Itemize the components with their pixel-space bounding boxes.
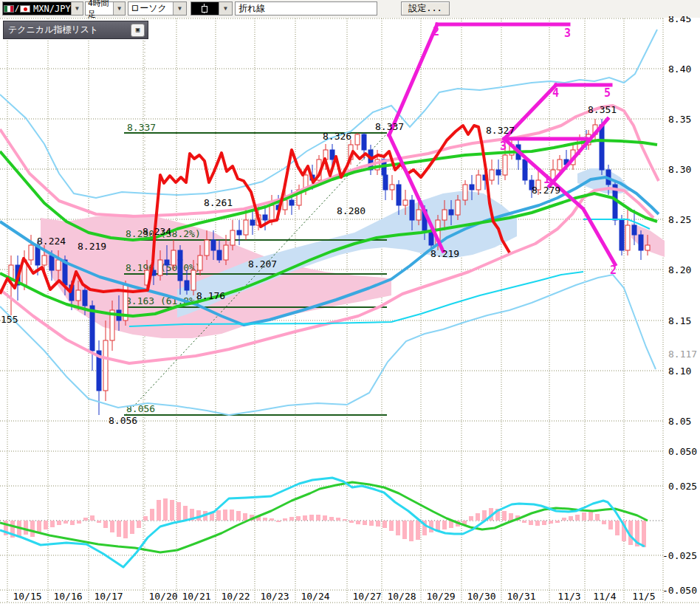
fib-level-label: 8.196 (50.0%) xyxy=(126,262,201,273)
macd-histogram-bar xyxy=(343,519,347,521)
indicator-list-panel[interactable]: テクニカル指標リスト ▣ xyxy=(3,21,148,39)
date-axis-label: 10/31 xyxy=(507,591,535,602)
macd-axis-label: 0.050 xyxy=(668,446,697,457)
date-axis-label: 10/30 xyxy=(467,591,495,602)
price-axis-label: 8.30 xyxy=(668,164,691,175)
candle-body xyxy=(403,200,408,205)
indicator-list-panel-title: テクニカル指標リスト xyxy=(8,24,98,36)
candle-body xyxy=(639,235,643,250)
date-axis-label: 10/21 xyxy=(182,591,210,602)
candle-body xyxy=(158,260,162,275)
macd-histogram-bar xyxy=(349,521,354,523)
macd-histogram-bar xyxy=(176,502,181,521)
candle-body xyxy=(442,210,447,220)
candle-body xyxy=(237,230,241,235)
pair-label: MXN/JPY xyxy=(33,4,71,14)
chart-canvas[interactable]: 8.3378.230 (38.2%)8.196 (50.0%)8.163 (61… xyxy=(0,16,700,607)
candle-body xyxy=(83,290,87,306)
price-axis-label: 8.45 xyxy=(668,16,691,24)
swing-price-label: 8.207 xyxy=(248,258,277,270)
macd-histogram-bar xyxy=(323,515,327,521)
fib-level-label: 8.337 xyxy=(127,122,156,133)
candle-color-select[interactable]: ▼ xyxy=(191,1,233,16)
candle-body xyxy=(191,270,196,290)
chart-type-select[interactable]: ローソク ▼ xyxy=(128,1,187,16)
candle-body xyxy=(103,340,108,391)
candle-body xyxy=(185,281,189,290)
macd-line xyxy=(0,478,645,567)
macd-histogram-bar xyxy=(90,515,95,521)
pair-select[interactable]: / MXN/JPY ▼ xyxy=(2,1,83,16)
candle-body xyxy=(49,256,54,270)
macd-histogram-bar xyxy=(50,521,55,527)
macd-histogram-bar xyxy=(522,521,526,523)
macd-histogram-bar xyxy=(569,516,573,521)
macd-histogram-bar xyxy=(70,521,75,525)
macd-histogram-bar xyxy=(529,521,533,525)
macd-histogram-bar xyxy=(396,521,400,535)
candle-body xyxy=(205,240,209,256)
macd-histogram-bar xyxy=(196,510,201,521)
chevron-down-icon: ▼ xyxy=(113,2,125,15)
macd-histogram-bar xyxy=(170,500,174,521)
candle-body xyxy=(178,260,182,281)
macd-histogram-bar xyxy=(589,512,593,521)
macd-histogram-bar xyxy=(83,518,88,521)
candle-body xyxy=(503,155,507,175)
candle-body xyxy=(470,185,474,190)
macd-histogram-bar xyxy=(57,521,61,525)
macd-axis-label: 0.025 xyxy=(668,481,697,492)
macd-histogram-bar xyxy=(389,521,394,531)
macd-histogram-bar xyxy=(363,521,367,525)
candle-body xyxy=(198,256,202,270)
candle-body xyxy=(620,220,624,250)
macd-histogram-bar xyxy=(602,521,606,524)
settings-button[interactable]: 設定... xyxy=(401,1,450,16)
date-axis-label: 11/5 xyxy=(632,591,655,602)
candle-body xyxy=(496,170,501,175)
swing-price-label: 155 xyxy=(1,314,18,325)
macd-histogram-bar xyxy=(24,521,28,535)
price-axis-label-muted: 8.117 xyxy=(668,349,697,360)
restore-window-icon[interactable]: ▣ xyxy=(131,24,145,37)
swing-price-label: 8.056 xyxy=(109,415,137,426)
date-axis-label: 11/3 xyxy=(557,591,580,602)
macd-histogram-bar xyxy=(476,513,480,521)
line-type-field[interactable]: 折れ線 xyxy=(235,1,377,16)
macd-histogram-bar xyxy=(542,521,546,525)
macd-histogram-bar xyxy=(64,521,68,524)
swing-price-label: 8.279 xyxy=(532,185,560,196)
macd-axis-label: -0.050 xyxy=(662,585,697,596)
macd-histogram-bar xyxy=(549,521,553,524)
candle-body xyxy=(263,215,267,220)
wave-drawing-label: 2 xyxy=(433,25,439,38)
date-axis-label: 11/4 xyxy=(593,591,616,602)
macd-histogram-bar xyxy=(502,511,507,521)
macd-histogram-bar xyxy=(110,521,114,532)
candle-body xyxy=(632,225,636,235)
japan-flag-icon xyxy=(20,5,30,13)
macd-histogram-bar xyxy=(163,498,168,521)
swing-price-label: 8.219 xyxy=(78,241,106,252)
wave-drawing-label: 4 xyxy=(552,86,559,100)
candle-body xyxy=(289,200,294,205)
candle-body xyxy=(456,200,460,215)
swing-price-label: 8.337 xyxy=(375,121,404,132)
macd-histogram-bar xyxy=(535,521,540,526)
price-axis-label: 8.10 xyxy=(668,366,691,377)
candle-body xyxy=(165,260,169,265)
macd-histogram-bar xyxy=(336,518,340,521)
candle-body xyxy=(211,240,216,250)
timeframe-select[interactable]: 4時間足 ▼ xyxy=(85,1,126,16)
swing-price-label: 8.219 xyxy=(430,248,459,259)
macd-histogram-bar xyxy=(595,514,600,521)
candle-body xyxy=(557,160,562,170)
price-axis-label: 8.40 xyxy=(668,64,691,75)
settings-button-label: 設定... xyxy=(408,2,442,15)
date-axis-label: 10/24 xyxy=(301,591,329,602)
macd-histogram-bar xyxy=(562,518,566,521)
candle-body xyxy=(490,170,494,180)
macd-histogram-bar xyxy=(137,521,141,528)
candle-body xyxy=(171,250,176,265)
macd-histogram-bar xyxy=(555,521,560,523)
